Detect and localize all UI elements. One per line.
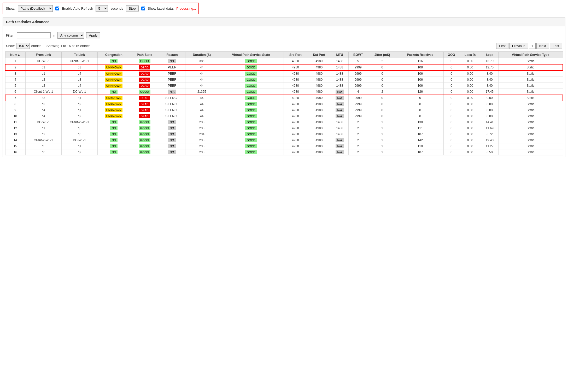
seconds-select[interactable]: 5103060	[96, 5, 108, 12]
filter-input[interactable]	[17, 32, 51, 38]
col-jitter[interactable]: Jitter (mS)	[368, 52, 397, 58]
table-header-row: Num▲ From Link To Link Congestion Path S…	[5, 52, 563, 58]
table-row[interactable]: 12q1q5NOGOODN/A235GOOD498049801488221110…	[5, 125, 563, 131]
pagination: First Previous 1 Next Last	[496, 43, 562, 49]
table-row[interactable]: 2q1q3UNKNOWNDEADPEER44GOOD49804980148899…	[5, 64, 563, 71]
entries-show-label: Show	[6, 44, 15, 48]
show-latest-checkbox[interactable]	[141, 7, 145, 10]
col-dst-port[interactable]: Dst Port	[307, 52, 331, 58]
table-row[interactable]: 1DC-WL-1Client-1-WL-1NOGOODN/A386GOOD498…	[5, 58, 563, 65]
showing-text: Showing 1 to 16 of 16 entries	[46, 44, 90, 48]
table-row[interactable]: 5q2q4UNKNOWNDEADPEER44GOOD49804980148899…	[5, 83, 563, 89]
show-label: Show:	[6, 7, 15, 10]
col-loss[interactable]: Loss %	[459, 52, 481, 58]
col-reason[interactable]: Reason	[159, 52, 185, 58]
show-latest-label: Show latest data.	[148, 7, 174, 10]
column-select[interactable]: Any column Num From Link To Link	[57, 32, 84, 39]
panel: Path Statistics Advanced Filter: in Any …	[3, 17, 565, 157]
table-row[interactable]: 4q2q3UNKNOWNDEADPEER44GOOD49804980148899…	[5, 77, 563, 83]
panel-title: Path Statistics Advanced	[3, 18, 565, 26]
col-congestion[interactable]: Congestion	[97, 52, 130, 58]
apply-button[interactable]: Apply	[86, 32, 101, 38]
col-mtu[interactable]: MTU	[331, 52, 348, 58]
filter-label: Filter:	[6, 33, 15, 37]
col-from[interactable]: From Link	[25, 52, 61, 58]
entries-select[interactable]: 1002550	[16, 43, 30, 49]
filter-row: Filter: in Any column Num From Link To L…	[5, 31, 563, 40]
page-number[interactable]: 1	[529, 43, 535, 49]
table-row[interactable]: 8q3q2UNKNOWNDEADSILENCE44GOOD49804980N/A…	[5, 101, 563, 107]
entries-label: entries	[31, 44, 42, 48]
first-button[interactable]: First	[496, 43, 508, 49]
seconds-label: seconds	[110, 7, 123, 10]
table-row[interactable]: 14Client-2-WL-1DC-WL-1NOGOODN/A235GOOD49…	[5, 137, 563, 143]
table-row[interactable]: 16q6q2NOGOODN/A235GOOD49804980N/A2210700…	[5, 149, 563, 155]
col-ooo[interactable]: OOO	[444, 52, 459, 58]
toolbar: Show: Paths (Detailed) Paths (Summary) F…	[3, 3, 199, 14]
data-table: Num▲ From Link To Link Congestion Path S…	[5, 51, 563, 155]
last-button[interactable]: Last	[550, 43, 562, 49]
col-num: Num▲	[5, 52, 25, 58]
col-vps-type[interactable]: Virtual Path Service Type	[498, 52, 563, 58]
table-row[interactable]: 10q4q2UNKNOWNDEADSILENCE44GOOD49804980N/…	[5, 113, 563, 119]
show-row: Show 1002550 entries Showing 1 to 16 of …	[5, 42, 563, 50]
show-select[interactable]: Paths (Detailed) Paths (Summary) Flows	[18, 5, 53, 12]
col-to[interactable]: To Link	[61, 52, 97, 58]
table-row[interactable]: 3q1q4UNKNOWNDEADPEER44GOOD49804980148899…	[5, 71, 563, 77]
auto-refresh-label: Enable Auto Refresh	[62, 7, 93, 10]
next-button[interactable]: Next	[536, 43, 549, 49]
table-row[interactable]: 15q5q1NOGOODN/A235GOOD49804980N/A2211000…	[5, 143, 563, 149]
col-vpss[interactable]: Virtual Path Service State	[218, 52, 284, 58]
table-row[interactable]: 13q2q6NOGOODN/A234GOOD498049801488221070…	[5, 131, 563, 137]
col-src-port[interactable]: Src Port	[284, 52, 307, 58]
col-bowt[interactable]: BOWT	[348, 52, 368, 58]
auto-refresh-checkbox[interactable]	[55, 7, 59, 10]
col-duration[interactable]: Duration (S)	[185, 52, 218, 58]
processing-text: Processing...	[176, 7, 196, 10]
col-packets[interactable]: Packets Received	[397, 52, 443, 58]
filter-in-label: in	[53, 33, 55, 37]
col-path-state[interactable]: Path State	[130, 52, 159, 58]
col-kbps[interactable]: kbps	[481, 52, 499, 58]
table-row[interactable]: 9q4q1UNKNOWNDEADSILENCE44GOOD49804980N/A…	[5, 107, 563, 113]
previous-button[interactable]: Previous	[509, 43, 528, 49]
table-row[interactable]: 6Client-1-WL-1DC-WL-1NOGOODN/A21325GOOD4…	[5, 89, 563, 95]
stop-button[interactable]: Stop	[126, 5, 139, 11]
table-row[interactable]: 11DC-WL-1Client-2-WL-1NOGOODN/A235GOOD49…	[5, 119, 563, 125]
table-row[interactable]: 7q3q1UNKNOWNDEADSILENCE44GOOD49804980N/A…	[5, 95, 563, 101]
